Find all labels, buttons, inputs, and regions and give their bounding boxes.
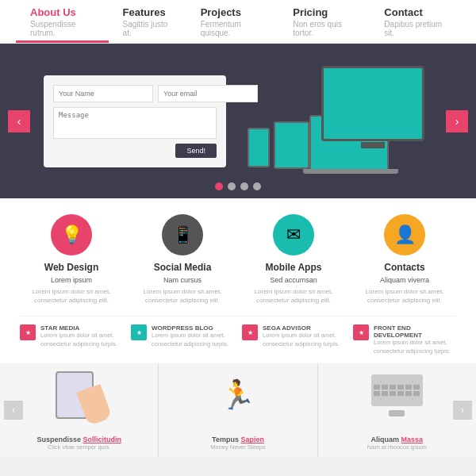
mini-card-0: ★ STAR MEDIA Lorem ipsum dolor sit amet,… xyxy=(20,324,123,355)
nav-item-about[interactable]: About Us Suspendisse rutrum. xyxy=(16,0,109,43)
feature-body-mobile-apps: Lorem ipsum dolor sit amet, consectetur … xyxy=(242,287,345,305)
mini-card-content-2: SEGA ADVISOR Lorem ipsum dolor sit amet,… xyxy=(263,324,345,348)
slide-title-1: Tempus Sapien xyxy=(210,436,266,443)
feature-icon-contacts: 👤 xyxy=(384,214,425,255)
nav-sub-contact: Dapibus pretium sit. xyxy=(384,20,446,37)
slide-sub-2: Nam at rhoncus ipsum xyxy=(367,443,427,451)
nav-label-features: Features xyxy=(123,6,172,18)
feature-desc-social-media: Nam cursus xyxy=(163,276,202,284)
hero-devices: Web DesignTemplate xyxy=(242,58,432,185)
slide-illustration-1: 🏃 xyxy=(159,363,317,427)
slide-illustration-0 xyxy=(0,363,158,427)
feature-item-mobile-apps: ✉ Mobile Apps Sed accumsan Lorem ipsum d… xyxy=(242,214,345,305)
nav-label-projects: Projects xyxy=(201,6,265,18)
hero-dot-1[interactable] xyxy=(215,182,223,190)
mini-card-3: ★ FRONT END DEVELOPMENT Lorem ipsum dolo… xyxy=(353,324,456,355)
hero-prev-button[interactable]: ‹ xyxy=(8,110,30,132)
feature-desc-contacts: Aliquam viverra xyxy=(380,276,429,284)
slide-card-1: 🏃 Tempus Sapien Money Never Sleeps xyxy=(159,363,317,457)
mini-card-title-3: FRONT END DEVELOPMENT xyxy=(374,324,456,339)
hero-contact-form: Send! xyxy=(44,75,226,167)
mini-card-icon-1: ★ xyxy=(131,324,147,340)
hero-dot-3[interactable] xyxy=(240,182,248,190)
hero-next-button[interactable]: › xyxy=(446,110,468,132)
feature-icon-social-media: 📱 xyxy=(162,214,203,255)
mini-card-content-3: FRONT END DEVELOPMENT Lorem ipsum dolor … xyxy=(374,324,456,355)
slide-title-link-0[interactable]: Sollicitudin xyxy=(83,436,121,443)
feature-body-social-media: Lorem ipsum dolor sit amet, consectetur … xyxy=(131,287,234,305)
mini-card-1: ★ WORDPRESS BLOG Lorem ipsum dolor sit a… xyxy=(131,324,234,355)
mini-card-icon-3: ★ xyxy=(353,324,369,340)
device-phone-icon xyxy=(248,128,270,167)
nav-sub-projects: Fermentum quisque. xyxy=(201,20,265,37)
slide-info-2: Aliquam Massa Nam at rhoncus ipsum xyxy=(367,436,427,451)
slide-info-0: Suspendisse Sollicitudin Click vitae sem… xyxy=(36,436,121,451)
hero-dots xyxy=(215,182,261,190)
slide-card-0: Suspendisse Sollicitudin Click vitae sem… xyxy=(0,363,159,457)
feature-desc-web-design: Lorem ipsum xyxy=(51,276,92,284)
mini-card-icon-0: ★ xyxy=(20,324,36,340)
slide-title-link-2[interactable]: Massa xyxy=(401,436,424,443)
nav-label-about: About Us xyxy=(30,6,94,18)
nav-item-pricing[interactable]: Pricing Non eros quis tortor. xyxy=(278,0,370,43)
slide-info-1: Tempus Sapien Money Never Sleeps xyxy=(210,436,266,451)
nav-label-contact: Contact xyxy=(384,6,446,18)
mini-cards: ★ STAR MEDIA Lorem ipsum dolor sit amet,… xyxy=(20,316,456,355)
mini-card-title-0: STAR MEDIA xyxy=(40,324,123,332)
nav-label-pricing: Pricing xyxy=(293,6,355,18)
slide-title-2: Aliquam Massa xyxy=(367,436,427,443)
hero-name-input[interactable] xyxy=(53,85,153,102)
mini-card-icon-2: ★ xyxy=(242,324,258,340)
hero-dot-4[interactable] xyxy=(253,182,261,190)
mini-card-text-2: Lorem ipsum dolor sit amet, consectetur … xyxy=(263,332,345,348)
nav-sub-about: Suspendisse rutrum. xyxy=(30,20,94,37)
device-tablet-icon xyxy=(274,121,309,169)
hero-dot-2[interactable] xyxy=(228,182,236,190)
mini-card-title-2: SEGA ADVISOR xyxy=(263,324,345,332)
mini-card-text-3: Lorem ipsum dolor sit amet, consectetur … xyxy=(374,339,456,355)
feature-title-social-media: Social Media xyxy=(154,262,212,273)
hero-message-input[interactable] xyxy=(53,107,217,139)
nav-sub-pricing: Non eros quis tortor. xyxy=(293,20,355,37)
feature-title-mobile-apps: Mobile Apps xyxy=(266,262,322,273)
mini-card-content-0: STAR MEDIA Lorem ipsum dolor sit amet, c… xyxy=(40,324,123,348)
feature-icon-web-design: 💡 xyxy=(51,214,92,255)
feature-item-web-design: 💡 Web Design Lorem ipsum Lorem ipsum dol… xyxy=(20,214,123,305)
features-grid: 💡 Web Design Lorem ipsum Lorem ipsum dol… xyxy=(20,214,456,305)
feature-desc-mobile-apps: Sed accumsan xyxy=(270,276,317,284)
nav-item-projects[interactable]: Projects Fermentum quisque. xyxy=(186,0,279,43)
slide-title-link-1[interactable]: Sapien xyxy=(240,436,264,443)
nav-sub-features: Sagittis justo at. xyxy=(123,20,172,37)
navigation: About Us Suspendisse rutrum.Features Sag… xyxy=(0,0,476,44)
bottom-slider: ‹ Suspendisse Sollicitudin Click vitae s… xyxy=(0,363,476,457)
features-section: 💡 Web Design Lorem ipsum Lorem ipsum dol… xyxy=(0,198,476,363)
device-monitor-icon xyxy=(321,66,424,141)
feature-title-contacts: Contacts xyxy=(384,262,424,273)
slide-title-0: Suspendisse Sollicitudin xyxy=(36,436,121,443)
feature-item-social-media: 📱 Social Media Nam cursus Lorem ipsum do… xyxy=(131,214,234,305)
hero-slider: ‹ Send! Web DesignTemplate › xyxy=(0,44,476,198)
nav-item-contact[interactable]: Contact Dapibus pretium sit. xyxy=(370,0,460,43)
mini-card-title-1: WORDPRESS BLOG xyxy=(152,324,234,332)
nav-item-features[interactable]: Features Sagittis justo at. xyxy=(109,0,186,43)
mini-card-text-0: Lorem ipsum dolor sit amet, consectetur … xyxy=(40,332,123,348)
bottom-prev-button[interactable]: ‹ xyxy=(4,401,23,420)
mini-card-text-1: Lorem ipsum dolor sit amet, consectetur … xyxy=(152,332,234,348)
feature-icon-mobile-apps: ✉ xyxy=(273,214,314,255)
mini-card-content-1: WORDPRESS BLOG Lorem ipsum dolor sit ame… xyxy=(152,324,234,348)
mini-card-2: ★ SEGA ADVISOR Lorem ipsum dolor sit ame… xyxy=(242,324,345,355)
slide-sub-1: Money Never Sleeps xyxy=(210,443,266,451)
feature-body-contacts: Lorem ipsum dolor sit amet, consectetur … xyxy=(353,287,456,305)
feature-item-contacts: 👤 Contacts Aliquam viverra Lorem ipsum d… xyxy=(353,214,456,305)
feature-title-web-design: Web Design xyxy=(44,262,98,273)
slide-sub-0: Click vitae semper quis. xyxy=(36,443,121,451)
slider-track: Suspendisse Sollicitudin Click vitae sem… xyxy=(0,363,476,457)
feature-body-web-design: Lorem ipsum dolor sit amet, consectetur … xyxy=(20,287,123,305)
bottom-next-button[interactable]: › xyxy=(453,401,472,420)
hero-send-button[interactable]: Send! xyxy=(175,144,217,158)
